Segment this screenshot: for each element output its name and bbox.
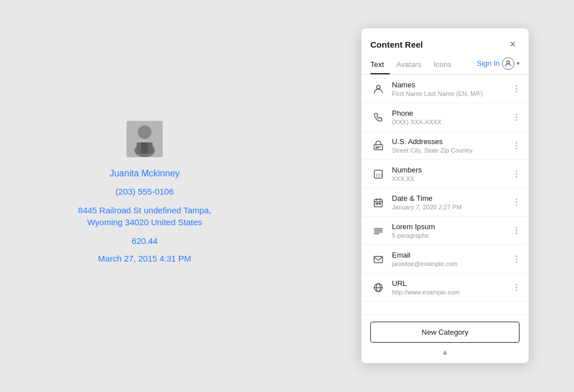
more-options-button[interactable] xyxy=(513,83,520,95)
item-title: U.S. Addresses xyxy=(392,137,513,146)
svg-point-2 xyxy=(138,125,151,139)
user-icon xyxy=(502,57,514,70)
item-subtitle: First Name Last Name (EN, M/F) xyxy=(392,90,513,97)
item-subtitle: Street City, State Zip Country xyxy=(392,147,513,154)
item-title: URL xyxy=(392,279,513,288)
more-options-button[interactable] xyxy=(513,168,520,180)
tab-avatars[interactable]: Avatars xyxy=(391,57,427,74)
dialog-footer: New Category ▲ xyxy=(361,314,529,363)
preview-name: Juanita Mckinney xyxy=(109,168,180,179)
new-category-button[interactable]: New Category xyxy=(370,322,520,343)
tab-text[interactable]: Text xyxy=(370,57,390,74)
item-subtitle: (XXX) XXX-XXXX xyxy=(392,119,513,125)
svg-text:123: 123 xyxy=(375,173,383,178)
item-subtitle: janedoe@example.com xyxy=(392,260,513,267)
list-item[interactable]: Date & Time January 7, 2020 2:27 PM xyxy=(361,188,529,217)
preview-number: 620.44 xyxy=(132,236,158,246)
dialog-title: Content Reel xyxy=(370,40,423,49)
item-subtitle: 5 paragraphs xyxy=(392,232,513,239)
list-item[interactable]: Email janedoe@example.com xyxy=(361,245,529,273)
svg-rect-5 xyxy=(141,142,148,154)
content-reel-dialog: Content Reel × Text Avatars Icons Sign I… xyxy=(361,28,529,363)
more-options-button[interactable] xyxy=(513,140,520,151)
svg-rect-17 xyxy=(376,203,378,204)
lorem-icon xyxy=(370,226,386,236)
item-title: Email xyxy=(392,251,513,259)
more-options-button[interactable] xyxy=(513,281,520,293)
item-title: Names xyxy=(392,81,513,89)
preview-address: 8445 Railroad St undefined Tampa,Wyoming… xyxy=(78,204,212,228)
svg-rect-13 xyxy=(374,199,382,206)
item-address-text: U.S. Addresses Street City, State Zip Co… xyxy=(392,137,513,154)
svg-rect-23 xyxy=(374,256,383,263)
calendar-icon xyxy=(370,197,386,208)
preview-phone: (203) 555-0106 xyxy=(116,187,174,196)
dialog-header: Content Reel × xyxy=(361,28,529,51)
tab-icons[interactable]: Icons xyxy=(428,57,457,74)
close-button[interactable]: × xyxy=(506,37,520,51)
more-options-button[interactable] xyxy=(513,111,520,123)
item-datetime-text: Date & Time January 7, 2020 2:27 PM xyxy=(392,194,513,210)
more-options-button[interactable] xyxy=(513,225,520,237)
sign-in-button[interactable]: Sign In ▾ xyxy=(477,57,520,74)
item-subtitle: January 7, 2020 2:27 PM xyxy=(392,204,513,210)
list-item[interactable]: U.S. Addresses Street City, State Zip Co… xyxy=(361,132,529,160)
preview-datetime: March 27, 2015 4:31 PM xyxy=(98,254,191,263)
item-lorem-text: Lorem Ipsum 5 paragraphs xyxy=(392,222,513,239)
item-url-text: URL http://www.example.com xyxy=(392,279,513,296)
item-title: Phone xyxy=(392,109,513,117)
phone-icon xyxy=(370,112,386,123)
list-item[interactable]: Names First Name Last Name (EN, M/F) xyxy=(361,75,529,103)
collapse-arrow-icon[interactable]: ▲ xyxy=(441,347,449,356)
item-title: Date & Time xyxy=(392,194,513,203)
chevron-down-icon: ▾ xyxy=(517,60,520,66)
item-title: Numbers xyxy=(392,166,513,174)
item-subtitle: http://www.example.com xyxy=(392,289,513,296)
item-numbers-text: Numbers XXX.XX xyxy=(392,166,513,182)
list-item[interactable]: URL http://www.example.com xyxy=(361,273,529,302)
item-phone-text: Phone (XXX) XXX-XXXX xyxy=(392,109,513,125)
preview-area: Juanita Mckinney (203) 555-0106 8445 Rai… xyxy=(0,0,289,392)
more-options-button[interactable] xyxy=(513,253,520,265)
address-icon xyxy=(370,141,386,151)
dialog-tabs: Text Avatars Icons Sign In ▾ xyxy=(361,51,529,75)
dialog-list: Names First Name Last Name (EN, M/F) Pho… xyxy=(361,75,529,314)
list-item[interactable]: Lorem Ipsum 5 paragraphs xyxy=(361,217,529,245)
more-options-button[interactable] xyxy=(513,196,520,208)
item-subtitle: XXX.XX xyxy=(392,175,513,182)
sign-in-label: Sign In xyxy=(477,59,500,68)
svg-point-7 xyxy=(377,85,380,88)
url-icon xyxy=(370,283,386,293)
list-item[interactable]: 123 Numbers XXX.XX xyxy=(361,160,529,188)
numbers-icon: 123 xyxy=(370,169,386,179)
item-email-text: Email janedoe@example.com xyxy=(392,251,513,267)
item-title: Lorem Ipsum xyxy=(392,222,513,231)
email-icon xyxy=(370,254,386,264)
person-icon xyxy=(370,84,386,94)
item-names-text: Names First Name Last Name (EN, M/F) xyxy=(392,81,513,97)
list-item[interactable]: Phone (XXX) XXX-XXXX xyxy=(361,103,529,132)
avatar xyxy=(126,121,163,157)
svg-rect-18 xyxy=(379,203,381,204)
